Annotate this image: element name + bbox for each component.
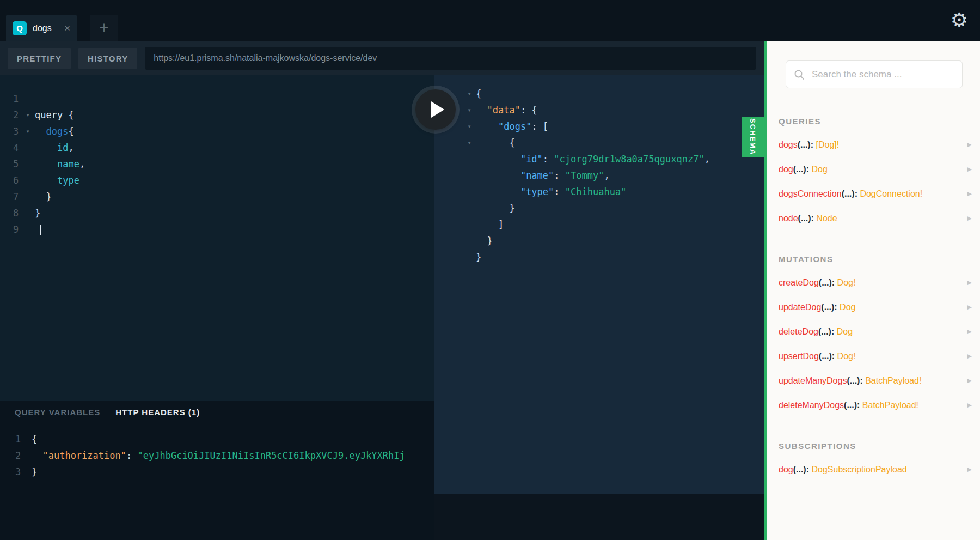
field-name: updateManyDogs	[779, 376, 847, 386]
schema-sections: QUERIESdogs(...): [Dog]!▶dog(...): Dog▶d…	[767, 117, 980, 482]
headers-editor[interactable]: 1{2 "authorization": "eyJhbGciOiJIUzI1Ni…	[0, 431, 434, 480]
tab-http-headers[interactable]: HTTP HEADERS (1)	[115, 408, 200, 417]
schema-field-row[interactable]: dog(...): DogSubscriptionPayload▶	[779, 457, 980, 482]
field-args: (...):	[793, 465, 809, 475]
code-text: "id": "cjorg79dr1w8a0a75qguxqnz7",	[476, 151, 710, 167]
prettify-button[interactable]: PRETTIFY	[8, 48, 71, 69]
expand-chevron-icon[interactable]: ▶	[967, 215, 972, 222]
expand-chevron-icon[interactable]: ▶	[967, 328, 972, 335]
expand-chevron-icon[interactable]: ▶	[967, 141, 972, 148]
code-text: {	[476, 86, 481, 102]
schema-field-row[interactable]: deleteDog(...): Dog▶	[779, 319, 980, 344]
fold-arrow-icon	[465, 167, 474, 184]
fold-arrow-icon	[465, 200, 474, 216]
schema-field-row[interactable]: updateDog(...): Dog▶	[779, 295, 980, 319]
expand-chevron-icon[interactable]: ▶	[967, 166, 972, 173]
variables-pane: QUERY VARIABLES HTTP HEADERS (1) 1{2 "au…	[0, 401, 434, 540]
play-icon	[431, 101, 444, 118]
response-code-line: "name": "Tommy",	[434, 167, 764, 184]
line-number: 3	[13, 123, 23, 139]
field-type: Node	[814, 214, 837, 223]
tab-query-variables[interactable]: QUERY VARIABLES	[15, 408, 100, 417]
response-code-line: }	[434, 200, 764, 216]
expand-chevron-icon[interactable]: ▶	[967, 279, 972, 286]
fold-arrow-icon	[465, 151, 474, 167]
schema-tab-button[interactable]: SCHEMA	[742, 117, 764, 157]
expand-chevron-icon[interactable]: ▶	[967, 377, 972, 384]
schema-field-row[interactable]: dogsConnection(...): DogConnection!▶	[779, 181, 980, 206]
expand-chevron-icon[interactable]: ▶	[967, 304, 972, 311]
fold-arrow-icon[interactable]: ▾	[23, 123, 33, 139]
tab-bar: Q dogs × + ⚙	[0, 0, 980, 41]
schema-search-box[interactable]	[786, 60, 963, 88]
response-code-line: ▾ "dogs": [	[434, 118, 764, 135]
fold-arrow-icon[interactable]: ▾	[465, 86, 474, 102]
execute-query-button[interactable]	[415, 89, 456, 130]
schema-field-row[interactable]: dogs(...): [Dog]!▶	[779, 132, 980, 157]
field-name: updateDog	[779, 302, 821, 312]
schema-field-row[interactable]: updateManyDogs(...): BatchPayload!▶	[779, 368, 980, 393]
schema-field-row[interactable]: deleteManyDogs(...): BatchPayload!▶	[779, 393, 980, 417]
response-code-line: }	[434, 249, 764, 265]
field-type: Dog!	[835, 351, 855, 361]
field-type: DogSubscriptionPayload	[809, 465, 907, 475]
query-code-line: 2▾query {	[0, 107, 434, 123]
fold-arrow-icon	[465, 249, 474, 265]
query-code-line: 3▾ dogs{	[0, 123, 434, 139]
code-text: }	[35, 189, 52, 205]
line-number: 6	[13, 172, 23, 189]
expand-chevron-icon[interactable]: ▶	[967, 190, 972, 197]
field-args: (...):	[818, 327, 834, 337]
field-type: DogConnection!	[857, 189, 922, 199]
new-tab-button[interactable]: +	[90, 15, 118, 41]
close-tab-icon[interactable]: ×	[64, 23, 70, 33]
line-number: 2	[15, 447, 24, 464]
field-name: createDog	[779, 278, 819, 288]
schema-sidebar: QUERIESdogs(...): [Dog]!▶dog(...): Dog▶d…	[767, 41, 980, 540]
query-code-line: 8}	[0, 205, 434, 221]
code-text: "name": "Tommy",	[476, 167, 610, 184]
line-number: 2	[13, 107, 23, 123]
query-code-line: 1	[0, 90, 434, 107]
tab-dogs[interactable]: Q dogs ×	[6, 15, 77, 41]
field-args: (...):	[819, 278, 835, 288]
search-input[interactable]	[811, 69, 954, 81]
tab-label: dogs	[33, 23, 52, 33]
history-button[interactable]: HISTORY	[78, 48, 137, 69]
fold-arrow-icon[interactable]: ▾	[465, 118, 474, 135]
query-editor-pane[interactable]: 12▾query {3▾ dogs{4 id,5 name,6 type7 }8…	[0, 75, 434, 401]
fold-arrow-icon[interactable]: ▾	[465, 135, 474, 151]
field-name: node	[779, 214, 798, 223]
code-text: }	[476, 233, 493, 249]
code-text	[35, 221, 41, 238]
field-args: (...):	[793, 165, 809, 174]
endpoint-url-input[interactable]	[145, 47, 756, 70]
field-name: dogsConnection	[779, 189, 842, 199]
field-name: dog	[779, 465, 793, 475]
line-number: 5	[13, 156, 23, 172]
settings-gear-icon[interactable]: ⚙	[951, 7, 968, 34]
expand-chevron-icon[interactable]: ▶	[967, 353, 972, 360]
schema-field-row[interactable]: createDog(...): Dog!▶	[779, 270, 980, 295]
schema-field-row[interactable]: node(...): Node▶	[779, 206, 980, 230]
fold-arrow-icon[interactable]: ▾	[23, 107, 33, 123]
code-text: "authorization": "eyJhbGciOiJIUzI1NiIsIn…	[32, 447, 405, 464]
response-code-line: ▾{	[434, 86, 764, 102]
code-text: "dogs": [	[476, 118, 548, 135]
field-name: dogs	[779, 140, 798, 150]
fold-arrow-icon[interactable]: ▾	[465, 102, 474, 118]
code-text: }	[32, 464, 37, 480]
response-code-line: ]	[434, 216, 764, 233]
expand-chevron-icon[interactable]: ▶	[967, 402, 972, 409]
line-number: 1	[15, 431, 24, 447]
code-text: ]	[476, 216, 504, 233]
expand-chevron-icon[interactable]: ▶	[967, 466, 972, 473]
line-number: 4	[13, 139, 23, 156]
response-pane: ▾{▾ "data": {▾ "dogs": [▾ { "id": "cjorg…	[434, 75, 764, 494]
code-text: name,	[35, 156, 85, 172]
line-number: 7	[13, 189, 23, 205]
schema-field-row[interactable]: upsertDog(...): Dog!▶	[779, 344, 980, 368]
field-name: deleteManyDogs	[779, 401, 844, 410]
response-code-line: ▾ "data": {	[434, 102, 764, 118]
schema-field-row[interactable]: dog(...): Dog▶	[779, 157, 980, 181]
